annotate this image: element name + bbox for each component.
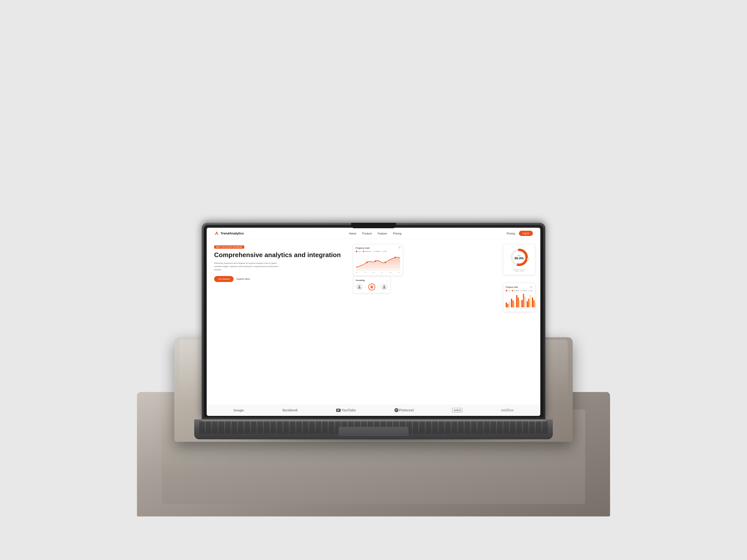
nav-product[interactable]: Product (362, 232, 372, 235)
legend-reached: Reached (363, 250, 371, 252)
nav-pricing-right: Pricing (507, 232, 515, 235)
bar-legend2: Reached (512, 290, 519, 291)
navigation: TrendAnalytics Home Product Feature Pric… (207, 228, 540, 239)
pinterest-circle-icon: P (394, 408, 398, 412)
donut-wrapper: Rate 80.0% (509, 247, 529, 267)
hero-section: BEST SOLUTION SOFWARE Comprehensive anal… (207, 239, 540, 404)
nav-pricing[interactable]: Pricing (393, 232, 402, 235)
partners-section: Google facebook YouTube P Pinterest twit… (207, 404, 540, 416)
explore-more-button[interactable]: Explore More (236, 278, 250, 280)
partner-twitch: twitch (452, 408, 462, 412)
partner-pinterest: P Pinterest (394, 408, 414, 412)
svg-point-18 (383, 286, 385, 287)
donut-sub2: Today: 14,500 (506, 270, 532, 272)
line-chart-area (356, 254, 400, 271)
laptop: TrendAnalytics Home Product Feature Pric… (202, 223, 545, 439)
svg-point-14 (359, 286, 360, 287)
chart-close-icon[interactable]: × (398, 246, 401, 249)
partner-facebook: facebook (282, 408, 298, 412)
flex-connector-1 (365, 287, 366, 287)
bar-group-3 (516, 295, 520, 308)
laptop-lid: TrendAnalytics Home Product Feature Pric… (202, 223, 545, 419)
bar-group-4 (521, 294, 526, 308)
bar-chart-card: Progress chart × Link (503, 283, 535, 312)
hero-right: × Progress chart Link (353, 244, 533, 304)
nav-right: Pricing Log In (507, 231, 533, 236)
nav-links: Home Product Feature Pricing (349, 232, 402, 235)
nav-logo: TrendAnalytics (214, 231, 244, 236)
chart-legend: Link Reached (356, 250, 400, 252)
website: TrendAnalytics Home Product Feature Pric… (207, 228, 540, 416)
screen: TrendAnalytics Home Product Feature Pric… (207, 228, 540, 416)
notch (351, 223, 396, 228)
donut-chart-card: Rate 80.0% Distance: 27,526 Today: 14,50… (503, 244, 535, 275)
flexibility-card: Flexibility ⤢ (353, 276, 390, 293)
chart-title: Progress chart (356, 247, 400, 249)
flexibility-expand-icon[interactable]: ⤢ (386, 280, 388, 283)
flex-avatar-1 (356, 284, 363, 290)
trackpad (339, 427, 408, 435)
legend-passed: Passed (373, 250, 380, 252)
bar-group-1 (506, 301, 510, 308)
bar-chart-title: Progress chart (506, 286, 518, 288)
get-started-button[interactable]: Get Started (214, 276, 234, 282)
hero-left: BEST SOLUTION SOFWARE Comprehensive anal… (214, 244, 348, 282)
logo-text: TrendAnalytics (221, 232, 244, 235)
hero-title: Comprehensive analytics and integration (214, 251, 348, 259)
bar-group-5 (526, 295, 531, 308)
svg-point-1 (216, 234, 217, 235)
bar-group-2 (511, 299, 515, 308)
nav-home[interactable]: Home (349, 232, 356, 235)
bar-chart-close[interactable]: × (530, 286, 533, 289)
svg-point-8 (384, 262, 386, 263)
svg-point-6 (366, 262, 367, 263)
flex-icons (356, 284, 388, 290)
svg-point-9 (394, 257, 396, 258)
svg-point-7 (375, 260, 376, 262)
hero-badge: BEST SOLUTION SOFWARE (214, 245, 244, 249)
flex-avatar-2 (368, 284, 375, 290)
partner-webflow: webflow (501, 408, 514, 412)
login-button[interactable]: Log In (519, 231, 533, 236)
legend-link: Link (356, 250, 361, 252)
logo-icon (214, 231, 219, 236)
youtube-play-icon (336, 409, 341, 412)
bar-chart-header: Progress chart × (506, 286, 533, 289)
flex-connector-2 (377, 287, 379, 287)
svg-point-12 (518, 249, 520, 251)
donut-center: Rate 80.0% (515, 255, 524, 260)
hero-description: Effectively implement and integrate all … (214, 262, 284, 271)
scene: TrendAnalytics Home Product Feature Pric… (100, 44, 647, 516)
legend-off: Off (382, 250, 386, 252)
partner-youtube: YouTube (336, 408, 356, 412)
screen-bezel: TrendAnalytics Home Product Feature Pric… (204, 225, 543, 418)
bar-group-6 (532, 297, 536, 308)
line-chart-card: × Progress chart Link (353, 244, 403, 276)
laptop-base (194, 419, 553, 439)
bar-legend1: Link (506, 290, 510, 291)
charts-container: × Progress chart Link (353, 244, 533, 304)
partner-google: Google (233, 408, 244, 412)
bar-legend4: Off (529, 290, 532, 291)
hero-buttons: Get Started Explore More (214, 276, 348, 282)
bar-legend3: Passed (520, 290, 527, 291)
bars-area (506, 292, 533, 308)
nav-feature[interactable]: Feature (378, 232, 387, 235)
flexibility-title: Flexibility (356, 279, 365, 282)
flex-avatar-3 (381, 284, 388, 290)
